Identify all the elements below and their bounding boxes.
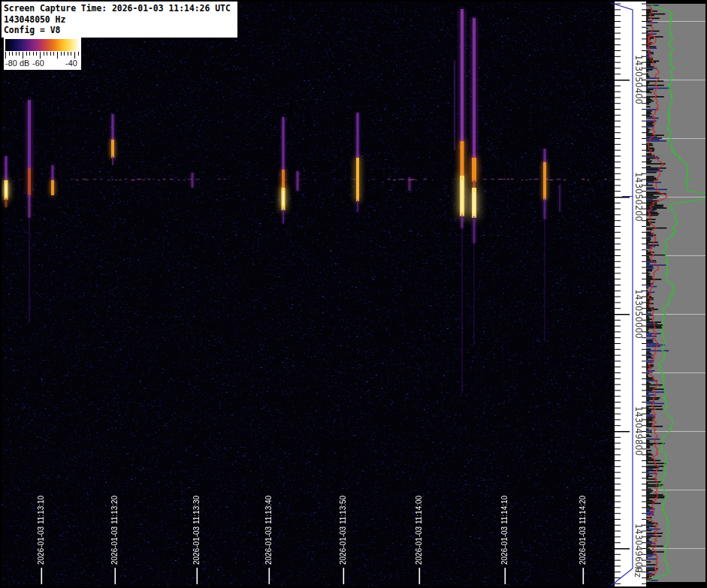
freq-axis-label: 143050000 bbox=[633, 289, 644, 339]
time-axis-label: 2026-01-03 11:13:30 bbox=[192, 496, 201, 565]
freq-axis-label: 143050400 bbox=[633, 55, 644, 104]
time-axis-label: 2026-01-03 11:14:00 bbox=[415, 496, 423, 565]
capture-info-box: Screen Capture Time: 2026-01-03 11:14:26… bbox=[2, 2, 237, 38]
freq-axis-unit: Hz bbox=[633, 566, 643, 577]
time-axis-label: 2026-01-03 11:14:20 bbox=[579, 496, 587, 565]
time-axis-label: 2026-01-03 11:13:40 bbox=[264, 496, 273, 565]
color-scale-label-max: -40 bbox=[65, 59, 77, 68]
time-axis-label: 2026-01-03 11:13:10 bbox=[37, 496, 45, 565]
config-text: Config = V8 bbox=[4, 25, 235, 36]
center-frequency-text: 143048050 Hz bbox=[4, 14, 235, 26]
color-scale-label-mid: -60 bbox=[32, 59, 44, 68]
meteor-spectrogram-screen: Screen Capture Time: 2026-01-03 11:14:26… bbox=[0, 0, 707, 588]
freq-axis-label: 143049800 bbox=[633, 406, 644, 456]
time-axis-label: 2026-01-03 11:13:20 bbox=[110, 496, 119, 565]
color-scale-labels: -80 dB -60 -40 bbox=[5, 59, 80, 69]
color-scale-label-min: -80 dB bbox=[5, 59, 29, 68]
time-axis-label: 2026-01-03 11:14:10 bbox=[500, 496, 509, 565]
waterfall-and-spectrum-canvas bbox=[0, 0, 707, 588]
time-axis-label: 2026-01-03 11:13:50 bbox=[339, 496, 347, 565]
capture-time-text: Screen Capture Time: 2026-01-03 11:14:26… bbox=[4, 3, 235, 14]
freq-axis-label: 143050200 bbox=[633, 172, 644, 222]
color-scale-legend: -80 dB -60 -40 bbox=[4, 37, 81, 70]
freq-axis-label: 143049600 bbox=[633, 523, 644, 573]
color-scale-gradient bbox=[5, 39, 80, 51]
color-scale-ticks bbox=[5, 52, 80, 59]
